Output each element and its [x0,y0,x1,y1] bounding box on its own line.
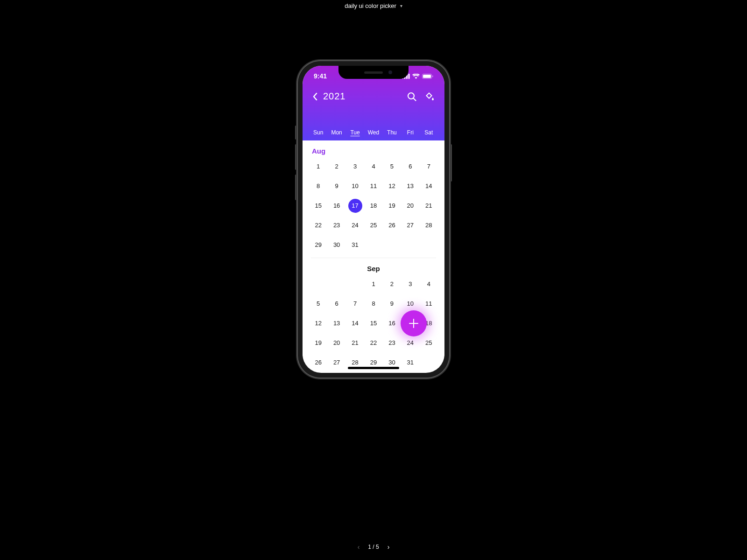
day-cell[interactable]: 29 [364,358,382,367]
day-cell[interactable]: 25 [364,221,382,230]
weekday-label: Sun [309,129,327,136]
day-empty [346,280,364,288]
svg-rect-5 [423,75,431,78]
day-cell[interactable]: 28 [346,358,364,367]
day-cell[interactable]: 18 [364,202,382,210]
day-cell[interactable]: 5 [309,300,327,308]
phone-screen: 9:41 2021 [303,66,444,373]
day-cell[interactable]: 12 [309,319,327,328]
day-cell[interactable]: 11 [364,182,382,190]
battery-icon [422,74,433,79]
add-button[interactable] [401,310,427,336]
status-time: 9:41 [314,72,327,80]
svg-rect-6 [432,75,433,77]
day-cell[interactable]: 9 [383,300,401,308]
day-cell[interactable]: 2 [327,162,345,171]
weekday-label: Thu [383,129,401,136]
day-cell[interactable]: 4 [364,162,382,171]
day-cell[interactable]: 20 [401,202,419,210]
day-cell[interactable]: 16 [383,319,401,328]
prev-arrow-icon[interactable]: ‹ [358,543,360,551]
day-cell[interactable]: 14 [346,319,364,328]
phone-power-button [450,144,452,182]
back-icon[interactable] [313,93,317,100]
phone-mockup: 9:41 2021 [297,60,450,378]
day-cell[interactable]: 22 [364,339,382,347]
day-cell[interactable]: 7 [420,162,438,171]
day-cell[interactable]: 8 [364,300,382,308]
day-cell[interactable]: 15 [364,319,382,328]
day-cell[interactable]: 16 [327,202,345,210]
day-cell[interactable]: 5 [383,162,401,171]
day-cell[interactable]: 20 [327,339,345,347]
search-icon[interactable] [407,92,416,101]
nav-right [407,92,434,101]
wifi-icon [412,74,420,79]
day-cell[interactable]: 4 [420,280,438,288]
day-cell[interactable]: 15 [309,202,327,210]
day-cell[interactable]: 26 [383,221,401,230]
day-cell[interactable]: 17 [346,202,364,210]
weekday-label: Sat [420,129,438,136]
day-cell[interactable]: 13 [401,182,419,190]
day-cell[interactable]: 7 [346,300,364,308]
header-nav: 2021 [303,80,444,102]
day-cell[interactable]: 8 [309,182,327,190]
phone-frame: 9:41 2021 [297,60,450,378]
month-label[interactable]: Aug [309,140,438,159]
day-cell[interactable]: 19 [383,202,401,210]
day-cell[interactable]: 10 [401,300,419,308]
page-title-bar[interactable]: daily ui color picker ▾ [345,2,402,9]
day-cell[interactable]: 23 [327,221,345,230]
day-cell[interactable]: 6 [401,162,419,171]
day-cell[interactable]: 24 [401,339,419,347]
page-title: daily ui color picker [345,2,396,9]
svg-line-8 [414,98,416,101]
weekday-label: Tue [346,129,364,136]
svg-point-7 [408,93,414,99]
day-cell[interactable]: 26 [309,358,327,367]
day-cell[interactable]: 12 [383,182,401,190]
image-pager: ‹ 1 / 5 › [358,543,390,551]
day-cell[interactable]: 30 [327,241,345,249]
day-cell[interactable]: 25 [420,339,438,347]
day-cell[interactable]: 27 [401,221,419,230]
next-arrow-icon[interactable]: › [388,543,390,551]
day-cell[interactable]: 9 [327,182,345,190]
paint-bucket-icon[interactable] [425,92,434,101]
weekday-header: SunMonTueWedThuFriSat [303,129,444,140]
day-cell[interactable]: 14 [420,182,438,190]
day-cell[interactable]: 28 [420,221,438,230]
day-cell[interactable]: 3 [346,162,364,171]
weekday-label: Mon [327,129,345,136]
day-cell[interactable]: 1 [364,280,382,288]
calendar-body[interactable]: Aug1234567891011121314151617181920212223… [303,140,444,373]
day-cell[interactable]: 29 [309,241,327,249]
pager-text: 1 / 5 [368,544,379,550]
weekday-label: Fri [401,129,419,136]
month-label[interactable]: Sep [309,258,438,276]
day-cell[interactable]: 21 [420,202,438,210]
day-cell[interactable]: 24 [346,221,364,230]
day-cell[interactable]: 21 [346,339,364,347]
day-cell[interactable]: 3 [401,280,419,288]
day-cell[interactable]: 22 [309,221,327,230]
day-cell[interactable]: 19 [309,339,327,347]
day-cell[interactable]: 10 [346,182,364,190]
year-label: 2021 [323,91,346,102]
home-indicator[interactable] [348,367,399,369]
day-cell[interactable]: 13 [327,319,345,328]
day-cell[interactable]: 30 [383,358,401,367]
plus-icon [408,318,419,329]
day-cell[interactable]: 6 [327,300,345,308]
day-cell[interactable]: 27 [327,358,345,367]
front-camera [388,70,392,74]
day-cell[interactable]: 31 [401,358,419,367]
day-cell[interactable]: 31 [346,241,364,249]
day-empty [309,280,327,288]
day-cell[interactable]: 2 [383,280,401,288]
day-cell[interactable]: 11 [420,300,438,308]
day-cell[interactable]: 1 [309,162,327,171]
nav-left[interactable]: 2021 [313,91,346,102]
day-cell[interactable]: 23 [383,339,401,347]
